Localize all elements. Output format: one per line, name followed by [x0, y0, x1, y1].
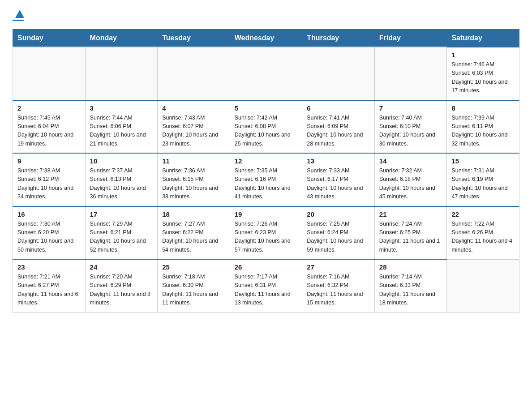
calendar-week-row: 23Sunrise: 7:21 AMSunset: 6:27 PMDayligh… — [13, 259, 519, 312]
calendar-week-row: 16Sunrise: 7:30 AMSunset: 6:20 PMDayligh… — [13, 206, 519, 260]
calendar-day-cell: 19Sunrise: 7:26 AMSunset: 6:23 PMDayligh… — [230, 206, 302, 260]
calendar-day-cell: 21Sunrise: 7:24 AMSunset: 6:25 PMDayligh… — [374, 206, 447, 260]
day-info: Sunrise: 7:17 AMSunset: 6:31 PMDaylight:… — [235, 273, 298, 308]
day-info: Sunrise: 7:21 AMSunset: 6:27 PMDaylight:… — [17, 273, 81, 308]
day-info: Sunrise: 7:27 AMSunset: 6:22 PMDaylight:… — [162, 220, 225, 255]
calendar-day-cell: 16Sunrise: 7:30 AMSunset: 6:20 PMDayligh… — [13, 206, 86, 260]
calendar-day-cell — [374, 47, 447, 100]
weekday-header-saturday: Saturday — [447, 30, 519, 47]
weekday-header-monday: Monday — [85, 30, 158, 47]
day-info: Sunrise: 7:35 AMSunset: 6:16 PMDaylight:… — [235, 167, 298, 201]
day-number: 24 — [90, 263, 153, 271]
calendar-day-cell — [302, 47, 375, 100]
day-info: Sunrise: 7:41 AMSunset: 6:09 PMDaylight:… — [307, 114, 370, 149]
calendar-day-cell: 28Sunrise: 7:14 AMSunset: 6:33 PMDayligh… — [374, 259, 447, 312]
day-number: 21 — [379, 210, 442, 218]
day-info: Sunrise: 7:39 AMSunset: 6:11 PMDaylight:… — [451, 114, 515, 149]
logo — [13, 11, 24, 21]
day-info: Sunrise: 7:38 AMSunset: 6:12 PMDaylight:… — [17, 167, 81, 201]
day-number: 10 — [90, 157, 153, 165]
calendar-day-cell: 11Sunrise: 7:36 AMSunset: 6:15 PMDayligh… — [158, 153, 230, 206]
day-number: 1 — [451, 51, 515, 59]
day-number: 20 — [307, 210, 370, 218]
day-info: Sunrise: 7:32 AMSunset: 6:18 PMDaylight:… — [379, 167, 442, 201]
calendar-week-row: 9Sunrise: 7:38 AMSunset: 6:12 PMDaylight… — [13, 153, 519, 206]
calendar-day-cell: 6Sunrise: 7:41 AMSunset: 6:09 PMDaylight… — [302, 100, 375, 154]
day-number: 8 — [451, 104, 515, 112]
day-number: 22 — [451, 210, 515, 218]
calendar-table: SundayMondayTuesdayWednesdayThursdayFrid… — [13, 29, 519, 313]
calendar-day-cell — [13, 47, 86, 100]
day-number: 5 — [235, 104, 298, 112]
calendar-day-cell: 24Sunrise: 7:20 AMSunset: 6:29 PMDayligh… — [85, 259, 158, 312]
calendar-day-cell: 26Sunrise: 7:17 AMSunset: 6:31 PMDayligh… — [230, 259, 302, 312]
day-info: Sunrise: 7:16 AMSunset: 6:32 PMDaylight:… — [307, 273, 370, 308]
day-number: 17 — [90, 210, 153, 218]
day-info: Sunrise: 7:25 AMSunset: 6:24 PMDaylight:… — [307, 220, 370, 255]
calendar-day-cell: 12Sunrise: 7:35 AMSunset: 6:16 PMDayligh… — [230, 153, 302, 206]
day-number: 13 — [307, 157, 370, 165]
day-number: 6 — [307, 104, 370, 112]
day-number: 15 — [451, 157, 515, 165]
day-info: Sunrise: 7:14 AMSunset: 6:33 PMDaylight:… — [379, 273, 442, 308]
calendar-day-cell: 27Sunrise: 7:16 AMSunset: 6:32 PMDayligh… — [302, 259, 375, 312]
day-number: 16 — [17, 210, 81, 218]
day-number: 18 — [162, 210, 225, 218]
calendar-day-cell: 1Sunrise: 7:46 AMSunset: 6:03 PMDaylight… — [447, 47, 519, 100]
calendar-day-cell: 25Sunrise: 7:18 AMSunset: 6:30 PMDayligh… — [158, 259, 230, 312]
calendar-day-cell: 9Sunrise: 7:38 AMSunset: 6:12 PMDaylight… — [13, 153, 86, 206]
calendar-day-cell: 10Sunrise: 7:37 AMSunset: 6:13 PMDayligh… — [85, 153, 158, 206]
calendar-week-row: 2Sunrise: 7:45 AMSunset: 6:04 PMDaylight… — [13, 100, 519, 154]
calendar-day-cell: 23Sunrise: 7:21 AMSunset: 6:27 PMDayligh… — [13, 259, 86, 312]
weekday-header-wednesday: Wednesday — [230, 30, 302, 47]
day-info: Sunrise: 7:46 AMSunset: 6:03 PMDaylight:… — [451, 60, 515, 95]
day-info: Sunrise: 7:30 AMSunset: 6:20 PMDaylight:… — [17, 220, 81, 255]
day-number: 11 — [162, 157, 225, 165]
calendar-day-cell: 7Sunrise: 7:40 AMSunset: 6:10 PMDaylight… — [374, 100, 447, 154]
logo-triangle-icon — [15, 10, 24, 18]
day-info: Sunrise: 7:45 AMSunset: 6:04 PMDaylight:… — [17, 114, 81, 149]
header — [13, 11, 519, 21]
day-info: Sunrise: 7:42 AMSunset: 6:08 PMDaylight:… — [235, 114, 298, 149]
weekday-header-friday: Friday — [374, 30, 447, 47]
calendar-day-cell — [230, 47, 302, 100]
day-number: 23 — [17, 263, 81, 271]
day-info: Sunrise: 7:33 AMSunset: 6:17 PMDaylight:… — [307, 167, 370, 201]
day-number: 3 — [90, 104, 153, 112]
calendar-day-cell: 15Sunrise: 7:31 AMSunset: 6:19 PMDayligh… — [447, 153, 519, 206]
day-info: Sunrise: 7:44 AMSunset: 6:06 PMDaylight:… — [90, 114, 153, 149]
weekday-header-row: SundayMondayTuesdayWednesdayThursdayFrid… — [13, 30, 519, 47]
day-info: Sunrise: 7:36 AMSunset: 6:15 PMDaylight:… — [162, 167, 225, 201]
day-info: Sunrise: 7:26 AMSunset: 6:23 PMDaylight:… — [235, 220, 298, 255]
day-number: 25 — [162, 263, 225, 271]
day-number: 9 — [17, 157, 81, 165]
calendar-day-cell: 14Sunrise: 7:32 AMSunset: 6:18 PMDayligh… — [374, 153, 447, 206]
calendar-day-cell: 20Sunrise: 7:25 AMSunset: 6:24 PMDayligh… — [302, 206, 375, 260]
day-number: 26 — [235, 263, 298, 271]
calendar-day-cell: 2Sunrise: 7:45 AMSunset: 6:04 PMDaylight… — [13, 100, 86, 154]
weekday-header-sunday: Sunday — [13, 30, 86, 47]
day-number: 19 — [235, 210, 298, 218]
day-info: Sunrise: 7:29 AMSunset: 6:21 PMDaylight:… — [90, 220, 153, 255]
day-number: 14 — [379, 157, 442, 165]
day-info: Sunrise: 7:43 AMSunset: 6:07 PMDaylight:… — [162, 114, 225, 149]
logo-underline — [13, 20, 24, 21]
day-info: Sunrise: 7:31 AMSunset: 6:19 PMDaylight:… — [451, 167, 515, 201]
calendar-day-cell: 3Sunrise: 7:44 AMSunset: 6:06 PMDaylight… — [85, 100, 158, 154]
weekday-header-tuesday: Tuesday — [158, 30, 230, 47]
calendar-day-cell — [158, 47, 230, 100]
day-number: 2 — [17, 104, 81, 112]
day-number: 28 — [379, 263, 442, 271]
calendar-day-cell: 8Sunrise: 7:39 AMSunset: 6:11 PMDaylight… — [447, 100, 519, 154]
day-info: Sunrise: 7:40 AMSunset: 6:10 PMDaylight:… — [379, 114, 442, 149]
day-info: Sunrise: 7:37 AMSunset: 6:13 PMDaylight:… — [90, 167, 153, 201]
day-info: Sunrise: 7:18 AMSunset: 6:30 PMDaylight:… — [162, 273, 225, 308]
calendar-day-cell — [85, 47, 158, 100]
calendar-day-cell: 18Sunrise: 7:27 AMSunset: 6:22 PMDayligh… — [158, 206, 230, 260]
day-info: Sunrise: 7:20 AMSunset: 6:29 PMDaylight:… — [90, 273, 153, 308]
calendar-day-cell: 5Sunrise: 7:42 AMSunset: 6:08 PMDaylight… — [230, 100, 302, 154]
day-number: 12 — [235, 157, 298, 165]
day-number: 7 — [379, 104, 442, 112]
calendar-week-row: 1Sunrise: 7:46 AMSunset: 6:03 PMDaylight… — [13, 47, 519, 100]
calendar-day-cell: 4Sunrise: 7:43 AMSunset: 6:07 PMDaylight… — [158, 100, 230, 154]
